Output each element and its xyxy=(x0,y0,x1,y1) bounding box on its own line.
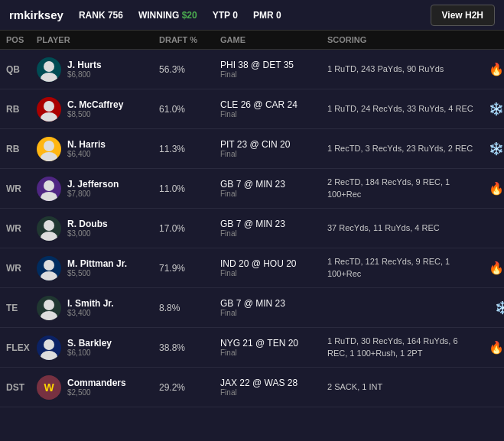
player-name: N. Harris xyxy=(67,139,106,150)
pos-cell: TE xyxy=(6,303,37,313)
game-cell: PIT 23 @ CIN 20 Final xyxy=(220,139,327,158)
game-status: Final xyxy=(220,388,327,397)
player-name: J. Hurts xyxy=(67,60,102,70)
table-row: WR J. Jefferson $7,800 11.0% GB 7 @ MIN … xyxy=(0,169,504,209)
table-row: RB N. Harris $6,400 11.3% PIT 23 @ CIN 2… xyxy=(0,129,504,169)
ytp-stat: YTP 0 xyxy=(213,10,238,21)
player-name: M. Pittman Jr. xyxy=(67,258,127,269)
game-cell: IND 20 @ HOU 20 Final xyxy=(220,258,327,277)
avatar xyxy=(37,336,61,360)
game-matchup: GB 7 @ MIN 23 xyxy=(220,298,327,309)
game-matchup: PHI 38 @ DET 35 xyxy=(220,60,327,70)
player-info: M. Pittman Jr. $5,500 xyxy=(67,258,127,277)
game-cell: CLE 26 @ CAR 24 Final xyxy=(220,99,327,118)
col-pos: POS xyxy=(6,35,37,44)
draft-pct: 71.9% xyxy=(159,263,220,274)
player-salary: $6,400 xyxy=(67,150,106,158)
draft-pct: 11.0% xyxy=(159,183,220,194)
game-matchup: GB 7 @ MIN 23 xyxy=(220,179,327,190)
player-cell: W Commanders $2,500 xyxy=(37,375,159,400)
ice-icon: ❄️ xyxy=(489,102,504,116)
table-row: RB C. McCaffrey $8,500 61.0% CLE 26 @ CA… xyxy=(0,89,504,129)
table-row: FLEX S. Barkley $6,100 38.8% NYG 21 @ TE… xyxy=(0,328,504,368)
col-scoring: SCORING xyxy=(327,35,480,44)
ice-icon: ❄️ xyxy=(489,141,504,156)
svg-point-7 xyxy=(41,192,57,201)
player-cell: C. McCaffrey $8,500 xyxy=(37,97,159,122)
draft-pct: 61.0% xyxy=(159,104,220,115)
avatar xyxy=(37,216,61,241)
player-info: J. Jefferson $7,800 xyxy=(67,179,119,198)
player-cell: R. Doubs $3,000 xyxy=(37,216,159,241)
game-status: Final xyxy=(220,110,327,118)
fpts-cell: ❄️ 10.60 xyxy=(480,141,504,156)
fpts-cell: 🔥 36.40 xyxy=(480,340,504,355)
pmr-value: 0 xyxy=(276,10,281,21)
winning-stat: WINNING $20 xyxy=(138,10,197,21)
game-cell: GB 7 @ MIN 23 Final xyxy=(220,179,327,198)
svg-point-1 xyxy=(41,73,57,82)
draft-pct: 17.0% xyxy=(159,223,220,234)
scoring-cell: 1 RecTD, 121 RecYds, 9 REC, 1 100+Rec xyxy=(327,256,480,280)
rank-stat: RANK 756 xyxy=(79,10,123,21)
draft-pct: 56.3% xyxy=(159,64,220,75)
col-game: GAME xyxy=(220,35,327,44)
game-status: Final xyxy=(220,269,327,277)
game-status: Final xyxy=(220,349,327,357)
avatar xyxy=(37,296,61,320)
table-row: QB J. Hurts $6,800 56.3% PHI 38 @ DET 35… xyxy=(0,50,504,89)
draft-pct: 38.8% xyxy=(159,342,220,353)
player-cell: M. Pittman Jr. $5,500 xyxy=(37,256,159,280)
table-row: WR M. Pittman Jr. $5,500 71.9% IND 20 @ … xyxy=(0,248,504,288)
player-salary: $3,000 xyxy=(67,229,108,238)
svg-point-4 xyxy=(44,141,54,151)
pos-cell: FLEX xyxy=(6,342,37,353)
view-h2h-button[interactable]: View H2H xyxy=(431,5,495,26)
player-info: Commanders $2,500 xyxy=(67,378,126,397)
pos-cell: QB xyxy=(6,64,37,75)
draft-pct: 11.3% xyxy=(159,144,220,154)
fpts-cell: 8.80 xyxy=(480,222,504,235)
scoring-cell: 1 RuTD, 243 PaYds, 90 RuYds xyxy=(327,63,480,75)
player-salary: $6,100 xyxy=(67,349,112,357)
svg-point-9 xyxy=(41,232,57,241)
player-cell: S. Barkley $6,100 xyxy=(37,336,159,360)
draft-pct: 29.2% xyxy=(159,382,220,393)
game-matchup: IND 20 @ HOU 20 xyxy=(220,258,327,269)
svg-point-0 xyxy=(44,61,54,72)
svg-point-2 xyxy=(44,101,54,112)
fire-icon: 🔥 xyxy=(489,62,504,76)
username: rmkirksey xyxy=(9,8,63,21)
rank-value: 756 xyxy=(108,10,123,21)
ytp-value: 0 xyxy=(232,10,238,21)
svg-point-14 xyxy=(44,339,54,350)
game-status: Final xyxy=(220,70,327,79)
col-player: PLAYER xyxy=(37,35,159,44)
game-cell: GB 7 @ MIN 23 Final xyxy=(220,219,327,238)
fpts-cell: 4.00 xyxy=(480,381,504,394)
winning-value: $20 xyxy=(182,10,197,21)
fpts-cell: 🔥 30.10 xyxy=(480,261,504,275)
game-status: Final xyxy=(220,229,327,238)
player-name: R. Doubs xyxy=(67,219,108,229)
pmr-stat: PMR 0 xyxy=(253,10,281,21)
game-cell: JAX 22 @ WAS 28 Final xyxy=(220,378,327,397)
player-cell: I. Smith Jr. $3,400 xyxy=(37,296,159,320)
game-matchup: JAX 22 @ WAS 28 xyxy=(220,378,327,388)
player-cell: J. Jefferson $7,800 xyxy=(37,177,159,201)
player-info: J. Hurts $6,800 xyxy=(67,60,102,79)
fpts-cell: 🔥 24.72 xyxy=(480,62,504,76)
player-name: J. Jefferson xyxy=(67,179,119,190)
rank-label: RANK xyxy=(79,10,106,21)
pmr-label: PMR xyxy=(253,10,274,21)
fpts-cell: ❄️ 15.70 xyxy=(480,102,504,116)
fire-icon: 🔥 xyxy=(489,181,504,196)
pos-cell: RB xyxy=(6,104,37,115)
pos-cell: WR xyxy=(6,223,37,234)
game-cell: GB 7 @ MIN 23 Final xyxy=(220,298,327,317)
pos-cell: WR xyxy=(6,263,37,274)
ytp-label: YTP xyxy=(213,10,230,21)
player-salary: $7,800 xyxy=(67,190,119,198)
header: rmkirksey RANK 756 WINNING $20 YTP 0 PMR… xyxy=(0,0,504,31)
winning-label: WINNING xyxy=(138,10,179,21)
